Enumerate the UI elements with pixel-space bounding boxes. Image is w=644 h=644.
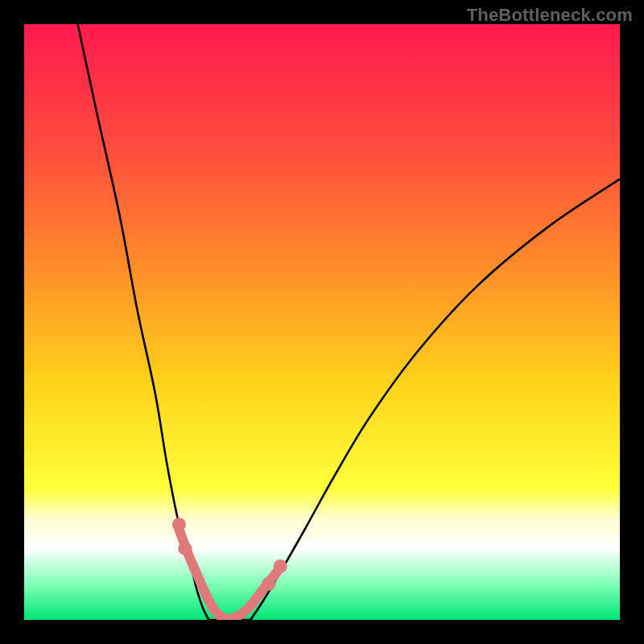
highlight-dot [274, 559, 287, 573]
watermark-text: TheBottleneck.com [467, 5, 633, 26]
valley-highlight [179, 530, 280, 619]
highlight-dot [262, 577, 275, 591]
plot-area [24, 24, 620, 620]
chart-frame: TheBottleneck.com [0, 0, 644, 644]
highlight-dot [178, 542, 192, 555]
curve-layer [24, 24, 620, 620]
highlight-dot [172, 518, 186, 531]
bottleneck-curve [78, 24, 620, 620]
